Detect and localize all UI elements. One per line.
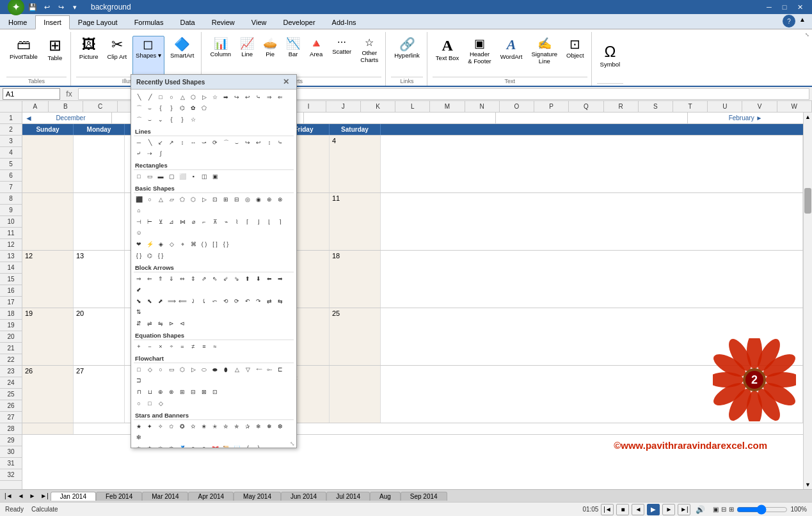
shape-ba-27[interactable]: ↷ [253,296,264,306]
row-header-11[interactable]: 11 [0,228,22,239]
shape-curly-bracket[interactable]: ⌬ [177,103,187,113]
play-btn[interactable]: ▶ [647,504,660,515]
shape-st-8[interactable]: ✭ [210,421,220,432]
undo-quick-btn[interactable]: ↩ [41,1,52,13]
shape-rect-6[interactable]: ▪ [188,171,198,182]
view-normal-icon[interactable]: ▣ [713,506,719,513]
col-header-S[interactable]: S [639,101,673,112]
shape-bs-41[interactable]: ⌬ [145,251,155,261]
shape-line-10[interactable]: ⌣ [232,137,242,148]
shape-rect-2[interactable]: ▭ [145,171,155,182]
shape-double-arrow2[interactable]: ⇐ [275,92,285,102]
shape-ba-11[interactable]: ⬆ [243,274,253,284]
shape-fc-16[interactable]: ⊓ [134,387,144,397]
shape-line-13[interactable]: ↕ [264,137,275,148]
shape-ba-8[interactable]: ⇖ [210,274,220,284]
shape-bs-5[interactable]: ⬠ [177,194,187,205]
shape-st-11[interactable]: ✰ [243,421,253,432]
shape-ba-24[interactable]: ⟲ [221,296,231,306]
area-chart-btn[interactable]: 🔺 Area [306,36,326,75]
shape-line-12[interactable]: ↩ [253,137,264,148]
shape-ba-25[interactable]: ⟳ [232,296,242,306]
row-header-3[interactable]: 3 [0,136,22,147]
col-header-O[interactable]: O [500,101,534,112]
shape-bs-30[interactable]: ☺ [134,228,144,238]
tab-data[interactable]: Data [171,15,203,29]
sheet-tab-jul2014[interactable]: Jul 2014 [326,492,370,501]
shape-line-diag[interactable]: ╲ [134,92,144,102]
shape-rect-3[interactable]: ▬ [155,171,166,182]
shape-bs-40[interactable]: { } [134,251,144,261]
col-header-K[interactable]: K [361,101,395,112]
scrollbar-thumb[interactable] [804,188,811,214]
row-header-22[interactable]: 22 [0,354,22,366]
sheet-tab-mar2014[interactable]: Mar 2014 [142,492,188,501]
shape-bs-29[interactable]: ⌉ [275,217,285,227]
pie-chart-btn[interactable]: 🥧 Pie [260,36,280,75]
shape-fc-19[interactable]: ⊗ [166,387,177,397]
row-header-8[interactable]: 8 [0,193,22,205]
shape-brace-open[interactable]: { [155,103,166,113]
row-header-31[interactable]: 31 [0,458,22,469]
shape-fc-25[interactable]: □ [145,398,155,409]
shape-ru-2-6[interactable]: ☆ [188,114,198,125]
col-header-N[interactable]: N [465,101,500,112]
shape-st-5[interactable]: ✪ [177,421,187,432]
shape-fc-15[interactable]: ⊐ [134,375,144,386]
shape-bs-12[interactable]: ◉ [253,194,264,205]
shape-fc-11[interactable]: ▽ [243,364,253,375]
table-btn[interactable]: ⊞ Table [44,36,67,75]
volume-icon[interactable]: 🔊 [696,505,705,514]
december-nav[interactable]: ◄ December [22,113,112,123]
row-header-4[interactable]: 4 [0,147,22,159]
dec-prev-btn[interactable]: ◄ [25,114,33,123]
cal-cell-w3-sun[interactable]: 12 [22,251,74,308]
shape-arrow-right[interactable]: ▷ [199,92,209,102]
shape-eq-6[interactable]: ≠ [188,341,198,352]
shape-ba-13[interactable]: ⬅ [264,274,275,284]
shape-bs-25[interactable]: ⌇ [232,217,242,227]
shape-ba-2[interactable]: ⇐ [145,274,155,284]
sheet-tab-jan2014[interactable]: Jan 2014 [51,492,96,501]
shape-bs-38[interactable]: [ ] [210,239,220,249]
charts-expand-btn[interactable]: ⤡ [805,32,809,38]
row-header-1[interactable]: 1 [0,113,22,124]
shape-ba-3[interactable]: ⇑ [155,274,166,284]
shape-line-17[interactable]: ∫ [155,148,166,159]
shape-bs-33[interactable]: ◈ [155,239,166,249]
shape-line-5[interactable]: ↕ [177,137,187,148]
collapse-ribbon-btn[interactable]: ▲ [798,15,807,27]
shape-st-7[interactable]: ✬ [199,421,209,432]
shape-ru-2-5[interactable]: } [177,114,187,125]
row-header-17[interactable]: 17 [0,297,22,308]
shape-fc-5[interactable]: ⬡ [177,364,187,375]
shape-bs-42[interactable]: { } [155,251,166,261]
shape-fc-21[interactable]: ⊟ [188,387,198,397]
shape-ba-29[interactable]: ⇆ [275,296,285,306]
redo-quick-btn[interactable]: ↪ [55,1,67,13]
row-header-23[interactable]: 23 [0,366,22,377]
tab-add-ins[interactable]: Add-Ins [324,15,365,29]
shape-line-6[interactable]: ↔ [188,137,198,148]
shape-bs-2[interactable]: ○ [145,194,155,205]
shape-ba-1[interactable]: ⇒ [134,274,144,284]
shape-st-13[interactable]: ❅ [264,421,275,432]
scroll-up-btn[interactable]: ▲ [804,113,812,121]
office-button[interactable]: ✦ [8,0,24,15]
bar-chart-btn[interactable]: 📉 Bar [283,36,303,75]
shape-fc-1[interactable]: □ [134,364,144,375]
col-header-R[interactable]: R [604,101,639,112]
shape-ba-14[interactable]: ➡ [275,274,285,284]
shape-oval[interactable]: ○ [166,92,177,102]
col-header-B[interactable]: B [49,101,83,112]
shape-line-9[interactable]: ⌒ [221,137,231,148]
panel-resize-handle[interactable]: ⤡ [289,440,296,448]
row-header-13[interactable]: 13 [0,251,22,262]
signature-line-btn[interactable]: ✍ SignatureLine [528,36,561,75]
shape-fc-17[interactable]: ⊔ [145,387,155,397]
shape-fc-12[interactable]: ⬳ [253,364,264,375]
shape-fc-20[interactable]: ⊞ [177,387,187,397]
shape-eq-5[interactable]: = [177,341,187,352]
shape-line-8[interactable]: ⟳ [210,137,220,148]
col-header-J[interactable]: J [326,101,361,112]
